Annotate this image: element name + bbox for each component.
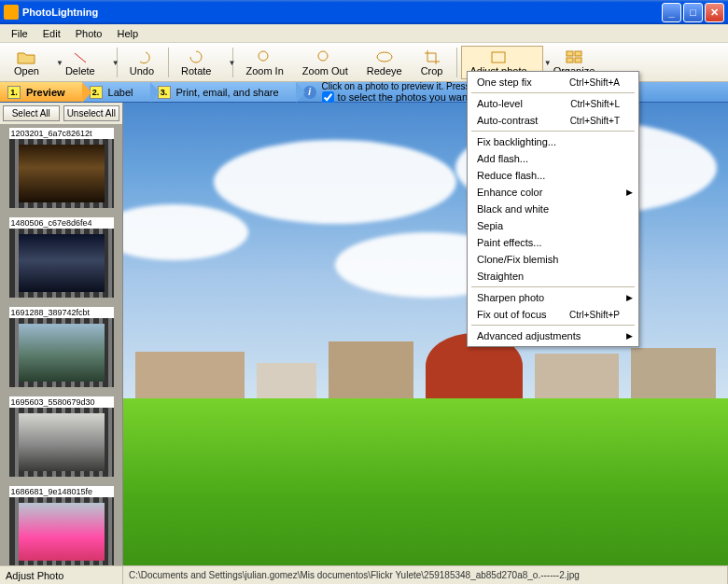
status-path: C:\Documents and Settings\julian.gomez\M… [123, 566, 728, 584]
menu-item-one-step-fix[interactable]: One step fixCtrl+Shift+A [469, 74, 637, 90]
menu-edit[interactable]: Edit [35, 26, 68, 41]
menu-item-clone-fix-blemish[interactable]: Clone/Fix blemish [469, 251, 637, 268]
submenu-arrow-icon: ▶ [626, 331, 633, 341]
svg-point-6 [318, 51, 328, 61]
menu-file[interactable]: File [4, 26, 35, 41]
unselect-all-button[interactable]: Unselect All [63, 105, 120, 121]
menu-item-label: Clone/Fix blemish [477, 254, 558, 265]
step-preview[interactable]: 1. Preview [0, 82, 82, 102]
thumbnail[interactable]: 1686681_9e148015fe [9, 486, 114, 565]
select-all-button[interactable]: Select All [3, 105, 60, 121]
menu-item-label: Fix out of focus [477, 309, 547, 320]
minimize-button[interactable]: _ [662, 3, 681, 22]
step-label: Preview [26, 87, 65, 98]
menu-item-sharpen-photo[interactable]: Sharpen photo▶ [469, 289, 637, 306]
svg-rect-11 [492, 52, 505, 63]
menu-item-sepia[interactable]: Sepia [469, 217, 637, 234]
menu-item-add-flash[interactable]: Add flash... [469, 150, 637, 167]
menu-item-advanced-adjustments[interactable]: Advanced adjustments▶ [469, 327, 637, 344]
menu-item-auto-contrast[interactable]: Auto-contrastCtrl+Shift+T [469, 112, 637, 129]
thumbnail[interactable]: 1203201_6a7c82612t [9, 128, 114, 208]
zoom-in-icon [256, 49, 274, 65]
open-icon [17, 49, 35, 65]
thumbnail-filename: 1695603_5580679d30 [9, 396, 114, 408]
menu-help[interactable]: Help [109, 26, 146, 41]
toolbar-crop-button[interactable]: Crop [413, 46, 452, 79]
step-label: Label [108, 87, 133, 98]
menu-item-shortcut: Ctrl+Shift+P [569, 310, 620, 320]
title-bar: PhotoLightning _ □ ✕ [0, 0, 728, 24]
toolbar-label: Redeye [367, 65, 402, 76]
toolbar-label: Crop [421, 65, 443, 76]
step-num: 1. [7, 86, 21, 99]
svg-line-0 [75, 53, 86, 63]
menu-item-label: Enhance color [477, 187, 542, 198]
svg-rect-16 [575, 58, 581, 63]
step-label: Print, email, and share [176, 87, 279, 98]
menu-item-enhance-color[interactable]: Enhance color▶ [469, 184, 637, 201]
toolbar-label: Delete [65, 65, 95, 76]
toolbar-open-button[interactable]: Open▼ [6, 46, 55, 79]
menu-item-shortcut: Ctrl+Shift+A [569, 77, 620, 88]
menu-item-label: Fix backlighting... [477, 136, 556, 147]
step-print-email-share[interactable]: 3. Print, email, and share [150, 82, 296, 102]
toolbar-label: Rotate [181, 65, 211, 76]
menu-item-fix-out-of-focus[interactable]: Fix out of focusCtrl+Shift+P [469, 306, 637, 323]
status-left: Adjust Photo [0, 566, 123, 584]
menu-item-label: Auto-level [477, 98, 523, 109]
thumbnail-filename: 1686681_9e148015fe [9, 486, 114, 497]
dropdown-arrow-icon[interactable]: ▼ [229, 58, 236, 66]
thumbnail[interactable]: 1480506_c67e8d6fe4 [9, 217, 114, 298]
toolbar-redeye-button[interactable]: Redeye [358, 46, 411, 79]
menu-item-label: Sharpen photo [477, 292, 544, 303]
menu-item-black-and-white[interactable]: Black and white [469, 201, 637, 217]
toolbar-delete-button[interactable]: Delete▼ [57, 46, 111, 79]
undo-icon [133, 49, 151, 65]
menu-photo[interactable]: Photo [68, 26, 110, 41]
info-icon: i [303, 86, 316, 99]
svg-rect-14 [575, 51, 581, 56]
menu-item-label: Black and white [477, 203, 549, 215]
toolbar-zoom-out-button[interactable]: Zoom Out [294, 46, 357, 79]
toolbar-undo-button[interactable]: Undo [121, 46, 162, 79]
crop-icon [423, 49, 441, 65]
dropdown-arrow-icon[interactable]: ▼ [112, 58, 119, 66]
menu-item-paint-effects[interactable]: Paint effects... [469, 234, 637, 251]
organize-icon [565, 49, 583, 65]
svg-rect-15 [567, 58, 573, 63]
filmstrip[interactable]: 1203201_6a7c82612t1480506_c67e8d6fe41691… [0, 124, 122, 565]
delete-icon [71, 49, 90, 65]
svg-point-2 [259, 51, 268, 61]
menu-bar: File Edit Photo Help [0, 24, 728, 43]
menu-item-label: Reduce flash... [477, 170, 545, 181]
menu-item-shortcut: Ctrl+Shift+T [570, 116, 620, 126]
thumbnail-filename: 1480506_c67e8d6fe4 [9, 217, 114, 229]
menu-item-label: Sepia [477, 220, 503, 231]
menu-item-label: Straighten [477, 271, 524, 282]
submenu-arrow-icon: ▶ [626, 293, 633, 302]
redeye-icon [375, 49, 394, 65]
hint-checkbox[interactable] [322, 91, 334, 104]
thumbnail[interactable]: 1691288_389742fcbt [9, 307, 114, 387]
thumbnail-filename: 1203201_6a7c82612t [9, 128, 114, 139]
menu-item-auto-level[interactable]: Auto-levelCtrl+Shift+L [469, 95, 637, 112]
menu-item-fix-backlighting[interactable]: Fix backlighting... [469, 133, 637, 150]
menu-item-label: Paint effects... [477, 237, 542, 248]
submenu-arrow-icon: ▶ [626, 188, 633, 197]
menu-item-label: One step fix [477, 76, 532, 88]
window-title: PhotoLightning [22, 7, 660, 18]
menu-item-straighten[interactable]: Straighten [469, 268, 637, 285]
step-num: 2. [90, 86, 103, 99]
zoom-out-icon [315, 49, 334, 65]
close-button[interactable]: ✕ [705, 3, 724, 22]
toolbar-label: Open [14, 65, 39, 76]
svg-rect-13 [567, 51, 573, 56]
thumbnail-filename: 1691288_389742fcbt [9, 307, 114, 318]
thumbnail[interactable]: 1695603_5580679d30 [9, 396, 114, 477]
maximize-button[interactable]: □ [683, 3, 703, 22]
toolbar-rotate-button[interactable]: Rotate▼ [173, 46, 227, 79]
app-icon [4, 5, 19, 20]
toolbar-zoom-in-button[interactable]: Zoom In [237, 46, 291, 79]
step-label-step[interactable]: 2. Label [82, 82, 150, 102]
menu-item-reduce-flash[interactable]: Reduce flash... [469, 167, 637, 184]
